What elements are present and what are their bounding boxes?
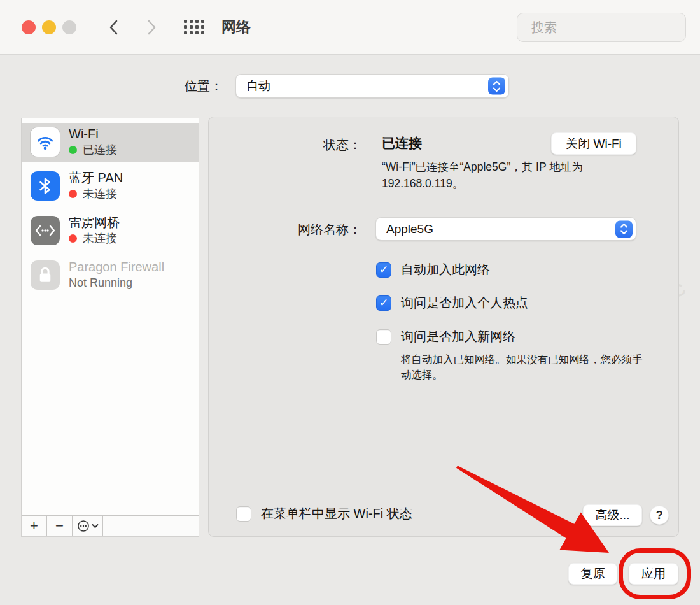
status-dot <box>69 146 77 154</box>
interface-name: Wi-Fi <box>69 125 117 142</box>
ask-hotspot-checkbox[interactable]: ✓ <box>376 295 391 311</box>
window-title: 网络 <box>221 17 251 37</box>
status-dot <box>69 190 77 198</box>
menubar-wifi-checkbox[interactable]: ✓ <box>236 506 251 522</box>
sidebar-item-paragon-firewall[interactable]: Paragon Firewall Not Running <box>22 257 199 296</box>
wifi-icon <box>31 127 60 157</box>
interface-name: 蓝牙 PAN <box>69 169 123 186</box>
interface-name: Paragon Firewall <box>69 259 164 275</box>
status-dot <box>69 234 77 243</box>
interface-status: 未连接 <box>69 231 120 246</box>
sidebar-toolbar-spacer <box>103 516 199 536</box>
help-button[interactable]: ? <box>650 506 669 525</box>
sidebar-toolbar: + − <box>22 515 199 536</box>
turn-off-wifi-button[interactable]: 关闭 Wi-Fi <box>551 132 636 155</box>
ask-hotspot-checkbox-row: ✓ 询问是否加入个人热点 <box>376 294 528 311</box>
interface-name: 雷雳网桥 <box>69 214 120 231</box>
network-preferences-window: XMAC.CC XMAC.CC XMAC.CC XMAC.CC XMAC.CC … <box>0 0 700 605</box>
sidebar-item-bluetooth-pan[interactable]: 蓝牙 PAN 未连接 <box>22 167 199 207</box>
thunderbolt-bridge-icon <box>31 216 60 245</box>
chevron-down-icon <box>92 523 99 529</box>
revert-button[interactable]: 复原 <box>568 563 617 585</box>
status-text: Not Running <box>69 275 132 290</box>
status-text: 未连接 <box>83 186 117 201</box>
minimize-window-button[interactable] <box>42 20 56 34</box>
stepper-icon <box>615 220 633 238</box>
sidebar-item-wifi[interactable]: Wi-Fi 已连接 <box>22 123 199 162</box>
chevron-left-icon <box>108 18 120 36</box>
status-value: 已连接 <box>382 134 422 152</box>
search-field[interactable] <box>517 13 686 42</box>
sidebar-item-thunderbolt-bridge[interactable]: 雷雳网桥 未连接 <box>22 212 199 252</box>
grid-icon <box>183 18 206 36</box>
interface-status: 已连接 <box>69 142 117 157</box>
auto-join-checkbox-row: ✓ 自动加入此网络 <box>376 261 490 278</box>
action-menu-button[interactable] <box>73 516 103 536</box>
known-networks-help-text: 将自动加入已知网络。如果没有已知网络，您必须手动选择。 <box>401 352 650 382</box>
back-button[interactable] <box>104 17 124 38</box>
titlebar: 网络 <box>0 0 700 55</box>
auto-join-checkbox[interactable]: ✓ <box>376 262 391 278</box>
interface-status: 未连接 <box>69 186 123 201</box>
advanced-button[interactable]: 高级... <box>583 504 642 526</box>
add-interface-button[interactable]: + <box>22 516 47 536</box>
lock-icon <box>31 260 60 290</box>
network-name-select[interactable]: Apple5G <box>375 217 636 241</box>
status-label: 状态： <box>253 136 361 153</box>
interface-status: Not Running <box>69 275 164 290</box>
zoom-window-button[interactable] <box>62 20 76 34</box>
menubar-wifi-checkbox-row: ✓ 在菜单栏中显示 Wi-Fi 状态 <box>236 505 412 522</box>
apply-button[interactable]: 应用 <box>629 563 678 585</box>
chevron-right-icon <box>145 18 158 36</box>
stepper-icon <box>488 78 505 95</box>
location-value: 自动 <box>246 78 270 94</box>
search-input[interactable] <box>531 20 700 35</box>
ask-new-networks-checkbox[interactable]: ✓ <box>376 329 391 345</box>
ask-new-networks-checkbox-row: ✓ 询问是否加入新网络 <box>376 328 515 345</box>
interfaces-sidebar: Wi-Fi 已连接 蓝牙 PAN 未连接 <box>21 118 199 537</box>
location-select[interactable]: 自动 <box>235 74 509 98</box>
location-label: 位置： <box>127 78 223 95</box>
bluetooth-icon <box>31 171 60 201</box>
network-name-value: Apple5G <box>386 222 433 236</box>
remove-interface-button[interactable]: − <box>47 516 73 536</box>
status-description: “Wi-Fi”已连接至“Apple5G”，其 IP 地址为 192.168.0.… <box>382 159 641 192</box>
close-window-button[interactable] <box>22 20 36 34</box>
menubar-wifi-label: 在菜单栏中显示 Wi-Fi 状态 <box>261 505 412 522</box>
status-text: 未连接 <box>83 231 117 246</box>
show-all-preferences-button[interactable] <box>183 18 206 39</box>
auto-join-label: 自动加入此网络 <box>401 261 490 278</box>
ask-hotspot-label: 询问是否加入个人热点 <box>401 294 528 311</box>
forward-button[interactable] <box>141 17 162 38</box>
ellipsis-circle-icon <box>77 520 90 532</box>
network-name-label: 网络名称： <box>241 221 361 238</box>
status-text: 已连接 <box>83 142 117 157</box>
ask-new-networks-label: 询问是否加入新网络 <box>401 328 515 345</box>
